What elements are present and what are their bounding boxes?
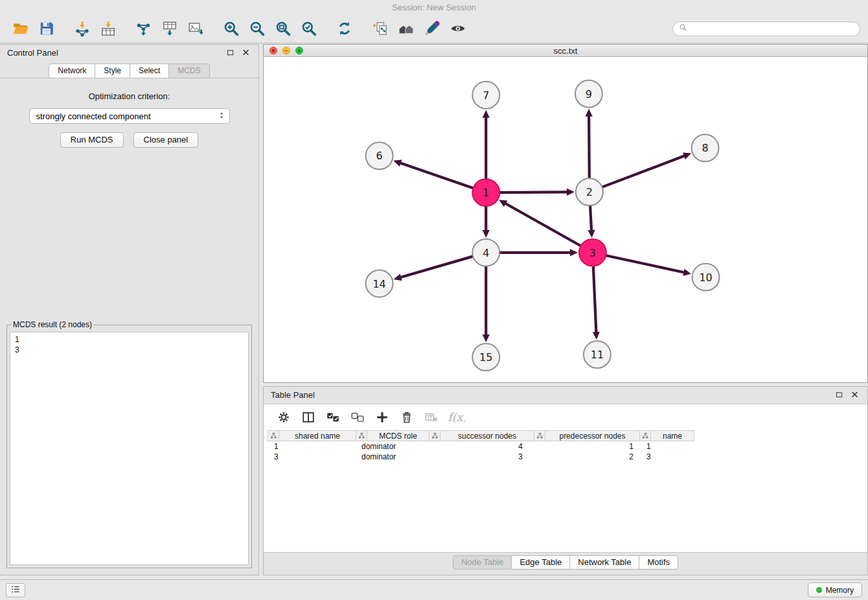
run-mcds-button[interactable]: Run MCDS — [60, 132, 124, 148]
graph-edge-4-3[interactable] — [500, 249, 578, 256]
export-image-button[interactable] — [183, 16, 209, 41]
split-panel-button[interactable] — [299, 408, 318, 427]
eye-button[interactable] — [445, 16, 471, 41]
table-toolbar: f(x) — [264, 404, 867, 430]
save-session-button[interactable] — [34, 16, 60, 41]
refresh-button[interactable] — [332, 16, 358, 41]
graph-edge-2-8[interactable] — [602, 153, 691, 187]
column-header-shared-name[interactable]: shared name — [268, 430, 356, 441]
control-panel-header: Control Panel — [0, 45, 258, 61]
graph-node-14[interactable]: 14 — [366, 270, 393, 297]
memory-button[interactable]: Memory — [808, 583, 862, 597]
import-table-button[interactable] — [95, 16, 121, 41]
tab-network-table[interactable]: Network Table — [570, 555, 639, 570]
graph-edge-1-2[interactable] — [500, 189, 575, 196]
graph-edge-1-6[interactable] — [393, 159, 472, 188]
column-sort-icon[interactable] — [429, 431, 440, 441]
mcds-result-list[interactable]: 13 — [10, 332, 249, 565]
svg-text:3: 3 — [589, 247, 596, 259]
search-field[interactable] — [672, 21, 860, 36]
tab-edge-table[interactable]: Edge Table — [512, 555, 570, 570]
graph-edge-1-4[interactable] — [483, 207, 490, 238]
new-network-from-selection-button[interactable] — [367, 16, 393, 41]
graph-edge-3-1[interactable] — [499, 200, 580, 246]
column-sort-icon[interactable] — [356, 431, 367, 441]
status-list-button[interactable] — [6, 583, 25, 597]
column-sort-icon[interactable] — [640, 431, 651, 441]
float-panel-icon[interactable] — [835, 390, 845, 400]
search-icon — [679, 23, 687, 32]
tab-style[interactable]: Style — [95, 63, 130, 78]
network-graph[interactable]: 7968124314101511 — [264, 57, 867, 382]
graph-edge-2-9[interactable] — [586, 109, 593, 178]
window-titlebar[interactable]: Session: New Session — [0, 0, 868, 14]
search-input[interactable] — [691, 24, 854, 33]
graph-node-7[interactable]: 7 — [472, 82, 499, 109]
zoom-selected-icon — [301, 20, 317, 37]
add-column-button[interactable] — [372, 408, 392, 427]
mcds-result-item[interactable]: 1 — [15, 334, 244, 345]
close-panel-icon[interactable] — [242, 48, 251, 58]
table-row[interactable]: 3dominator323 — [268, 452, 867, 462]
mcds-result-item[interactable]: 3 — [15, 345, 244, 355]
column-sort-icon[interactable] — [268, 431, 279, 441]
tab-motifs[interactable]: Motifs — [639, 555, 678, 570]
open-session-icon — [12, 20, 29, 37]
svg-text:9: 9 — [586, 88, 592, 100]
column-header-MCDS-role[interactable]: MCDS role — [356, 430, 429, 441]
style-brush-button[interactable] — [419, 16, 445, 41]
graph-node-8[interactable]: 8 — [692, 135, 719, 162]
close-panel-button[interactable]: Close panel — [133, 132, 199, 148]
graph-edge-3-10[interactable] — [606, 255, 691, 275]
column-tree-icon — [270, 432, 277, 439]
tab-mcds[interactable]: MCDS — [169, 63, 209, 78]
network-canvas[interactable]: 7968124314101511 — [264, 57, 867, 382]
minimize-window-icon[interactable]: − — [282, 47, 290, 54]
graph-node-15[interactable]: 15 — [472, 343, 499, 371]
graph-edge-1-7[interactable] — [483, 110, 490, 179]
deselect-all-button[interactable] — [348, 408, 367, 427]
table-header-row: shared nameMCDS rolesuccessor nodesprede… — [268, 430, 867, 441]
zoom-out-button[interactable] — [244, 16, 270, 41]
tab-network[interactable]: Network — [49, 63, 95, 78]
graph-node-3[interactable]: 3 — [579, 239, 606, 266]
open-session-button[interactable] — [8, 16, 34, 41]
tab-select[interactable]: Select — [130, 63, 169, 78]
graph-node-2[interactable]: 2 — [576, 178, 603, 205]
graph-edge-4-15[interactable] — [483, 267, 490, 343]
home-button[interactable] — [393, 16, 419, 41]
graph-node-1[interactable]: 1 — [472, 179, 499, 206]
graph-node-4[interactable]: 4 — [472, 239, 499, 266]
table-row[interactable]: 1dominator411 — [268, 441, 867, 452]
graph-edge-3-11[interactable] — [593, 267, 600, 340]
graph-edge-4-14[interactable] — [394, 257, 473, 281]
tab-node-table[interactable]: Node Table — [453, 555, 512, 570]
graph-node-6[interactable]: 6 — [366, 142, 393, 169]
export-table-button[interactable] — [157, 16, 183, 41]
svg-text:1: 1 — [483, 187, 489, 199]
export-network-button[interactable] — [131, 16, 157, 41]
graph-node-10[interactable]: 10 — [692, 264, 720, 291]
close-panel-icon[interactable] — [851, 390, 860, 400]
status-bar: Memory — [0, 579, 868, 600]
column-header-predecessor-nodes[interactable]: predecessor nodes — [534, 430, 640, 441]
graph-edge-2-3[interactable] — [588, 206, 595, 238]
network-window-titlebar[interactable]: × − + scc.txt — [264, 45, 867, 57]
trash-button[interactable] — [397, 408, 417, 427]
float-panel-icon[interactable] — [226, 48, 236, 58]
column-sort-icon[interactable] — [534, 431, 545, 441]
maximize-window-icon[interactable]: + — [295, 47, 303, 54]
optimization-criterion-select[interactable]: strongly connected component — [29, 108, 230, 124]
close-window-icon[interactable]: × — [269, 47, 277, 54]
graph-node-11[interactable]: 11 — [584, 341, 611, 368]
select-all-button[interactable] — [323, 408, 343, 427]
float-panel-icon — [226, 48, 236, 58]
zoom-in-button[interactable] — [218, 16, 244, 41]
gear-button[interactable] — [274, 408, 293, 427]
zoom-fit-button[interactable] — [270, 16, 296, 41]
graph-node-9[interactable]: 9 — [575, 80, 602, 108]
import-network-button[interactable] — [69, 16, 95, 41]
zoom-selected-button[interactable] — [296, 16, 322, 41]
column-header-successor-nodes[interactable]: successor nodes — [429, 430, 534, 441]
column-header-name[interactable]: name — [640, 430, 694, 441]
